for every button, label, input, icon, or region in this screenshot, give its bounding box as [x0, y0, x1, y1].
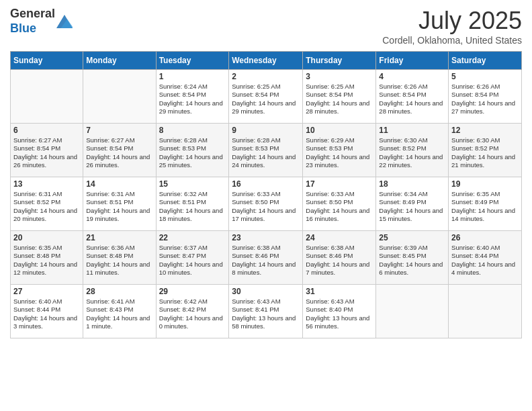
day-number: 14	[86, 179, 152, 189]
day-info: Sunset: 8:52 PM	[451, 144, 519, 152]
calendar-day-27: 27Sunrise: 6:40 AMSunset: 8:44 PMDayligh…	[11, 285, 83, 338]
day-info: Sunset: 8:51 PM	[159, 198, 226, 206]
day-info: Daylight: 14 hours and 29 minutes.	[232, 99, 300, 116]
day-info: Sunrise: 6:30 AM	[451, 136, 519, 144]
day-number: 2	[232, 72, 300, 81]
calendar-week-1: 1Sunrise: 6:24 AMSunset: 8:54 PMDaylight…	[11, 70, 522, 124]
day-info: Sunrise: 6:25 AM	[232, 83, 300, 91]
day-number: 7	[86, 126, 152, 135]
day-header-sunday: Sunday	[11, 52, 83, 70]
day-info: Daylight: 14 hours and 4 minutes.	[451, 261, 519, 277]
day-info: Sunset: 8:52 PM	[379, 144, 445, 152]
logo-text: General Blue	[10, 7, 73, 36]
day-info: Sunrise: 6:35 AM	[13, 244, 80, 252]
day-info: Sunset: 8:54 PM	[451, 91, 519, 99]
day-info: Sunset: 8:54 PM	[306, 91, 373, 99]
day-info: Sunrise: 6:27 AM	[86, 136, 152, 144]
day-info: Sunset: 8:48 PM	[86, 252, 152, 260]
day-info: Sunset: 8:54 PM	[159, 91, 226, 99]
calendar-day-24: 24Sunrise: 6:38 AMSunset: 8:46 PMDayligh…	[303, 231, 376, 285]
day-info: Daylight: 14 hours and 16 minutes.	[306, 207, 373, 224]
calendar-day-16: 16Sunrise: 6:33 AMSunset: 8:50 PMDayligh…	[229, 177, 303, 231]
day-info: Sunrise: 6:40 AM	[451, 244, 519, 252]
day-info: Sunset: 8:45 PM	[379, 252, 445, 260]
day-info: Sunset: 8:53 PM	[306, 144, 373, 152]
day-number: 6	[13, 126, 80, 135]
logo: General Blue	[10, 7, 73, 36]
day-number: 16	[232, 179, 300, 189]
day-number: 26	[451, 233, 519, 242]
day-info: Daylight: 14 hours and 0 minutes.	[159, 314, 226, 331]
day-number: 22	[159, 233, 226, 242]
day-number: 9	[232, 126, 300, 135]
day-info: Sunset: 8:47 PM	[159, 252, 226, 260]
calendar-day-15: 15Sunrise: 6:32 AMSunset: 8:51 PMDayligh…	[156, 177, 229, 231]
day-info: Daylight: 14 hours and 11 minutes.	[86, 261, 152, 277]
day-info: Sunrise: 6:37 AM	[159, 244, 226, 252]
day-info: Daylight: 14 hours and 24 minutes.	[232, 153, 300, 170]
day-header-thursday: Thursday	[303, 52, 376, 70]
calendar-day-30: 30Sunrise: 6:43 AMSunset: 8:41 PMDayligh…	[229, 285, 303, 338]
day-info: Daylight: 14 hours and 22 minutes.	[379, 153, 445, 170]
calendar-day-28: 28Sunrise: 6:41 AMSunset: 8:43 PMDayligh…	[83, 285, 156, 338]
calendar-day-11: 11Sunrise: 6:30 AMSunset: 8:52 PMDayligh…	[376, 124, 449, 177]
day-number: 17	[306, 179, 373, 189]
day-number: 29	[159, 287, 226, 296]
day-number: 30	[232, 287, 300, 296]
day-info: Daylight: 14 hours and 23 minutes.	[306, 153, 373, 170]
day-info: Sunrise: 6:31 AM	[86, 190, 152, 198]
main-container: General Blue July 2025 Cordell, Oklahoma…	[0, 0, 532, 345]
calendar-week-3: 13Sunrise: 6:31 AMSunset: 8:52 PMDayligh…	[11, 177, 522, 231]
calendar-day-25: 25Sunrise: 6:39 AMSunset: 8:45 PMDayligh…	[376, 231, 449, 285]
calendar-day-3: 3Sunrise: 6:25 AMSunset: 8:54 PMDaylight…	[303, 70, 376, 124]
day-number: 31	[306, 287, 373, 296]
day-number: 4	[379, 72, 445, 81]
day-info: Sunrise: 6:31 AM	[13, 190, 80, 198]
header: General Blue July 2025 Cordell, Oklahoma…	[10, 7, 522, 46]
day-info: Sunset: 8:53 PM	[232, 144, 300, 152]
day-number: 12	[451, 126, 519, 135]
day-info: Sunset: 8:46 PM	[306, 252, 373, 260]
day-info: Sunset: 8:49 PM	[451, 198, 519, 206]
day-info: Daylight: 14 hours and 8 minutes.	[232, 261, 300, 277]
day-info: Daylight: 14 hours and 18 minutes.	[159, 207, 226, 224]
day-info: Sunrise: 6:34 AM	[379, 190, 445, 198]
calendar-day-18: 18Sunrise: 6:34 AMSunset: 8:49 PMDayligh…	[376, 177, 449, 231]
day-info: Sunrise: 6:40 AM	[13, 298, 80, 306]
day-info: Daylight: 14 hours and 26 minutes.	[86, 153, 152, 170]
day-info: Daylight: 14 hours and 28 minutes.	[306, 99, 373, 116]
day-info: Daylight: 14 hours and 12 minutes.	[13, 261, 80, 277]
calendar-empty	[449, 285, 522, 338]
day-info: Sunset: 8:50 PM	[232, 198, 300, 206]
day-header-monday: Monday	[83, 52, 156, 70]
day-header-tuesday: Tuesday	[156, 52, 229, 70]
title-block: July 2025 Cordell, Oklahoma, United Stat…	[382, 7, 522, 46]
calendar-empty	[11, 70, 83, 124]
day-number: 13	[13, 179, 80, 189]
day-info: Sunrise: 6:26 AM	[379, 83, 445, 91]
calendar-day-14: 14Sunrise: 6:31 AMSunset: 8:51 PMDayligh…	[83, 177, 156, 231]
day-number: 10	[306, 126, 373, 135]
calendar-day-2: 2Sunrise: 6:25 AMSunset: 8:54 PMDaylight…	[229, 70, 303, 124]
day-info: Daylight: 14 hours and 1 minute.	[86, 314, 152, 331]
day-number: 18	[379, 179, 445, 189]
logo-icon	[56, 15, 73, 28]
day-info: Daylight: 14 hours and 27 minutes.	[451, 99, 519, 116]
calendar-week-4: 20Sunrise: 6:35 AMSunset: 8:48 PMDayligh…	[11, 231, 522, 285]
calendar-day-7: 7Sunrise: 6:27 AMSunset: 8:54 PMDaylight…	[83, 124, 156, 177]
calendar-day-26: 26Sunrise: 6:40 AMSunset: 8:44 PMDayligh…	[449, 231, 522, 285]
day-info: Daylight: 14 hours and 21 minutes.	[451, 153, 519, 170]
calendar-day-4: 4Sunrise: 6:26 AMSunset: 8:54 PMDaylight…	[376, 70, 449, 124]
day-info: Daylight: 14 hours and 17 minutes.	[232, 207, 300, 224]
calendar-day-31: 31Sunrise: 6:43 AMSunset: 8:40 PMDayligh…	[303, 285, 376, 338]
calendar-day-23: 23Sunrise: 6:38 AMSunset: 8:46 PMDayligh…	[229, 231, 303, 285]
day-info: Daylight: 14 hours and 7 minutes.	[306, 261, 373, 277]
day-info: Sunrise: 6:39 AM	[379, 244, 445, 252]
day-info: Sunrise: 6:29 AM	[306, 136, 373, 144]
day-info: Sunrise: 6:35 AM	[451, 190, 519, 198]
day-info: Sunset: 8:54 PM	[232, 91, 300, 99]
day-info: Sunrise: 6:33 AM	[232, 190, 300, 198]
day-info: Daylight: 13 hours and 58 minutes.	[232, 314, 300, 331]
day-info: Sunrise: 6:27 AM	[13, 136, 80, 144]
logo-general-text: General Blue	[10, 7, 55, 36]
